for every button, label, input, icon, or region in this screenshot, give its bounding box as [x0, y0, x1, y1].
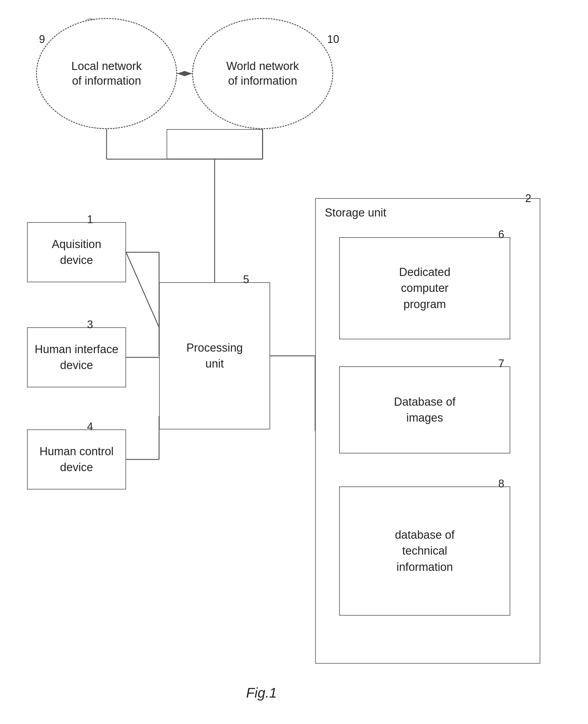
database-technical-info-label: database of technical information	[395, 527, 455, 575]
acquisition-device-num: 1	[87, 213, 93, 226]
human-control-device-num: 4	[87, 420, 93, 433]
world-network-num: 10	[327, 33, 339, 46]
acquisition-device-box: Aquisition device	[27, 222, 126, 282]
database-of-images-box: Database of images	[339, 366, 510, 453]
world-network-label: World network of information	[226, 59, 299, 88]
svg-line-7	[126, 252, 159, 327]
network-junction-box	[167, 129, 262, 159]
storage-unit-num: 2	[525, 192, 531, 205]
human-interface-device-box: Human interface device	[27, 327, 126, 387]
dedicated-computer-program-label: Dedicated computer program	[399, 264, 450, 312]
local-network-cloud: Local network of information	[36, 18, 177, 129]
human-control-device-label: Human control device	[39, 443, 113, 475]
local-network-label: Local network of information	[71, 59, 142, 88]
human-control-device-box: Human control device	[27, 429, 126, 490]
database-technical-info-box: database of technical information	[339, 487, 510, 616]
human-interface-device-label: Human interface device	[35, 342, 119, 373]
processing-unit-num: 5	[243, 273, 249, 286]
processing-unit-label: Processing unit	[186, 340, 243, 372]
database-technical-info-num: 8	[498, 477, 504, 490]
diagram-container: Local network of information 9 ⌒ World n…	[0, 0, 588, 724]
dedicated-computer-program-num: 6	[498, 228, 504, 241]
human-interface-device-num: 3	[87, 318, 93, 331]
database-of-images-label: Database of images	[394, 394, 456, 426]
storage-unit-label: Storage unit	[325, 205, 386, 221]
dedicated-computer-program-box: Dedicated computer program	[339, 237, 510, 339]
world-network-cloud: World network of information	[192, 18, 333, 129]
database-of-images-num: 7	[498, 357, 504, 370]
fig-caption: Fig.1	[246, 685, 277, 701]
processing-unit-box: Processing unit	[159, 282, 270, 429]
local-network-num: 9	[39, 33, 45, 46]
acquisition-device-label: Aquisition device	[52, 236, 102, 268]
